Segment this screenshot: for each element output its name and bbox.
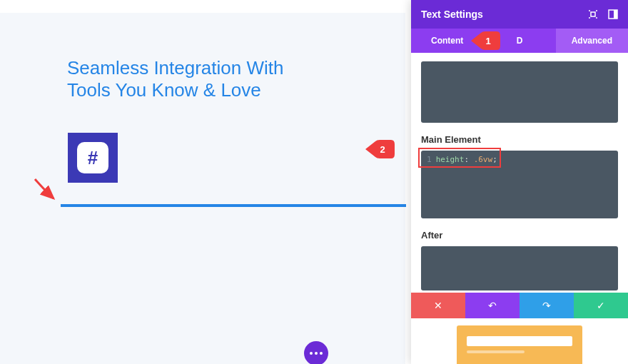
undo-button[interactable]: ↶ xyxy=(465,293,520,318)
more-icon xyxy=(310,352,323,355)
annotation-arrow xyxy=(32,173,61,202)
integration-icon-tile[interactable]: # xyxy=(68,133,118,183)
panel-title: Text Settings xyxy=(421,9,483,20)
main-element-code-editor[interactable]: 1 height: .6vw; xyxy=(421,151,618,218)
main-element-label: Main Element xyxy=(421,134,618,145)
after-label: After xyxy=(421,230,618,241)
panel-header: Text Settings xyxy=(411,0,628,29)
preview-bar xyxy=(467,336,572,346)
divider-element[interactable] xyxy=(61,204,406,207)
undo-icon: ↶ xyxy=(488,300,497,311)
svg-rect-6 xyxy=(614,10,617,19)
action-bar: ✕ ↶ ↷ ✓ xyxy=(411,293,628,318)
panel-body: Main Element 1 height: .6vw; After xyxy=(411,53,628,293)
callout-badge-2: 2 xyxy=(370,138,391,160)
svg-point-4 xyxy=(596,17,597,19)
svg-point-2 xyxy=(596,10,597,11)
redo-button[interactable]: ↷ xyxy=(520,293,574,318)
module-preview xyxy=(457,325,582,364)
preview-bar xyxy=(467,350,525,353)
tab-advanced[interactable]: Advanced xyxy=(556,29,628,53)
settings-panel: Text Settings Content D Advanced Main El… xyxy=(411,0,628,364)
slack-icon: # xyxy=(77,142,108,173)
header-controls xyxy=(588,9,618,19)
page-canvas: Seamless Integration With Tools You Know… xyxy=(0,13,405,364)
before-code-editor[interactable] xyxy=(421,61,618,123)
settings-tabs: Content D Advanced xyxy=(411,29,628,53)
dock-icon[interactable] xyxy=(608,9,618,19)
save-button[interactable]: ✓ xyxy=(574,293,628,318)
page-options-fab[interactable] xyxy=(304,341,328,364)
close-icon: ✕ xyxy=(434,300,442,311)
section-heading: Seamless Integration With Tools You Know… xyxy=(67,57,324,101)
check-icon: ✓ xyxy=(597,300,605,311)
callout-badge-1: 1 xyxy=(475,30,497,51)
expand-icon[interactable] xyxy=(588,9,598,19)
svg-point-1 xyxy=(589,10,590,11)
redo-icon: ↷ xyxy=(542,300,551,311)
annotation-highlight xyxy=(418,148,501,168)
svg-rect-0 xyxy=(591,12,595,16)
svg-point-3 xyxy=(589,17,590,19)
after-code-editor[interactable] xyxy=(421,246,618,290)
cancel-button[interactable]: ✕ xyxy=(411,293,465,318)
hash-glyph: # xyxy=(88,147,98,169)
